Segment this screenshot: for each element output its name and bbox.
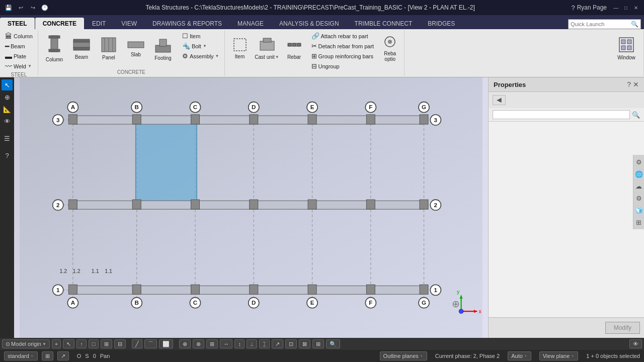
close-button[interactable]: ✕ <box>632 4 640 12</box>
sidebar-cloud-icon[interactable]: ☁ <box>634 181 644 191</box>
column-btn[interactable]: 🏛 Column <box>3 31 35 41</box>
tab-analysis-design[interactable]: ANALYSIS & DESIGN <box>272 18 346 29</box>
select-arrow-btn[interactable]: ↖ <box>63 339 74 348</box>
select-up-btn[interactable]: ↑ <box>76 339 87 348</box>
tab-trimble-connect[interactable]: TRIMBLE CONNECT <box>347 18 420 29</box>
settings-tool-btn[interactable]: ? <box>2 150 13 161</box>
app-save-icon[interactable]: 💾 <box>4 3 13 12</box>
svg-text:G: G <box>422 104 426 110</box>
svg-text:1.2: 1.2 <box>59 268 67 274</box>
detach-rebar-btn[interactable]: ✂ Detach rebar from part <box>309 41 376 51</box>
line-tool-btn[interactable]: ╱ <box>132 339 142 348</box>
concrete-column-btn[interactable]: Column <box>41 31 67 65</box>
window-icon <box>618 37 634 54</box>
app-history-icon[interactable]: 🕐 <box>40 3 49 12</box>
tab-edit[interactable]: EDIT <box>85 18 113 29</box>
svg-rect-25 <box>621 46 625 50</box>
snap7-btn[interactable]: ⌶ <box>259 339 270 348</box>
properties-close-icon[interactable]: ✕ <box>633 80 639 88</box>
sidebar-web-icon[interactable]: 🌐 <box>634 169 644 179</box>
properties-nav-arrow[interactable]: ◄ <box>493 95 506 105</box>
cast-unit-btn[interactable]: Cast unit ▼ <box>253 31 281 65</box>
sidebar-grid-icon[interactable]: ⊞ <box>634 217 644 227</box>
group-rebar-btn[interactable]: ⊞ Group reinforcing bars <box>309 51 376 61</box>
snap-tool-btn[interactable]: ⊕ <box>2 92 13 103</box>
tab-concrete[interactable]: CONCRETE <box>35 18 84 29</box>
concrete-panel-btn[interactable]: Panel <box>96 31 122 65</box>
window-btn[interactable]: Window <box>612 31 640 65</box>
ungroup-btn[interactable]: ⊟ Ungroup <box>309 61 376 71</box>
sidebar-config-icon[interactable]: ⚙ <box>634 193 644 203</box>
attach-rebar-icon: 🔗 <box>311 32 319 40</box>
rebar-btn[interactable]: Rebar <box>282 31 306 65</box>
snap12-btn[interactable]: 🔍 <box>326 339 340 348</box>
bolt-btn[interactable]: 🔩 Bolt ▼ <box>180 41 221 51</box>
concrete-slab-btn[interactable]: Slab <box>123 31 149 65</box>
snap-mode-btn[interactable]: ↗ <box>57 351 69 360</box>
svg-text:A: A <box>71 104 75 110</box>
snap9-btn[interactable]: ⊡ <box>285 339 297 348</box>
reba-option-btn[interactable]: Reba optio <box>379 31 401 65</box>
concrete-beam-btn[interactable]: Beam <box>68 31 95 65</box>
maximize-button[interactable]: □ <box>622 4 630 12</box>
outline-planes-btn[interactable]: Outline planes ▼ <box>380 351 427 360</box>
arc-tool-btn[interactable]: ⌒ <box>144 339 157 348</box>
standard-btn[interactable]: standard ▼ <box>4 351 38 360</box>
auto-btn[interactable]: Auto ▼ <box>508 351 531 360</box>
snap5-btn[interactable]: ↕ <box>234 339 245 348</box>
tab-steel[interactable]: STEEL <box>0 18 35 29</box>
add-view-btn[interactable]: + <box>52 339 61 348</box>
svg-rect-48 <box>420 115 428 124</box>
properties-search-icon[interactable]: 🔍 <box>632 111 640 119</box>
select-box-btn[interactable]: □ <box>89 339 99 348</box>
snap4-btn[interactable]: ↔ <box>220 339 232 348</box>
select-grid-btn[interactable]: ⊞ <box>101 339 112 348</box>
model-origin-btn[interactable]: ⊙ Pan Model origin ▼ <box>2 339 50 348</box>
plate-btn[interactable]: ▬ Plate <box>3 51 35 61</box>
weld-icon: 〰 <box>5 62 12 70</box>
tab-drawings-reports[interactable]: DRAWINGS & REPORTS <box>145 18 229 29</box>
snap3-btn[interactable]: ⊞ <box>206 339 218 348</box>
measure-tool-btn[interactable]: 📐 <box>2 104 13 115</box>
beam-btn[interactable]: ━ Beam <box>3 41 35 51</box>
minimize-button[interactable]: — <box>612 4 620 12</box>
quick-launch-input[interactable] <box>571 21 631 27</box>
snap6-btn[interactable]: ⟂ <box>247 339 257 348</box>
tab-view[interactable]: VIEW <box>114 18 144 29</box>
concrete-footing-btn[interactable]: Footing <box>150 31 176 65</box>
select-tool-btn[interactable]: ↖ <box>2 79 13 90</box>
snap11-btn[interactable]: ⊞ <box>312 339 324 348</box>
app-redo-icon[interactable]: ↪ <box>28 3 37 12</box>
snapping-icon-btn[interactable]: ⊞ <box>42 351 53 360</box>
tab-manage[interactable]: MANAGE <box>230 18 271 29</box>
coord-value: 0 <box>93 353 96 359</box>
view-plane-btn[interactable]: View plane ▼ <box>539 351 579 360</box>
attach-rebar-btn[interactable]: 🔗 Attach rebar to part <box>309 31 376 41</box>
select-grid2-btn[interactable]: ⊟ <box>114 339 126 348</box>
sidebar-settings-icon[interactable]: ⚙ <box>634 157 644 167</box>
properties-help-icon[interactable]: ? <box>627 80 631 88</box>
snap8-btn[interactable]: ↗ <box>272 339 283 348</box>
properties-search-input[interactable] <box>493 110 630 119</box>
app-undo-icon[interactable]: ↩ <box>16 3 25 12</box>
tab-bridges[interactable]: BRIDGES <box>420 18 462 29</box>
snap2-btn[interactable]: ⊗ <box>193 339 204 348</box>
assembly-btn[interactable]: ⚙ Assembly ▼ <box>180 51 221 61</box>
menu-tool-btn[interactable]: ☰ <box>2 133 13 144</box>
svg-rect-58 <box>191 285 200 294</box>
svg-text:1.1: 1.1 <box>105 268 112 274</box>
rebar-right-col: 🔗 Attach rebar to part ✂ Detach rebar fr… <box>309 31 376 71</box>
modify-button[interactable]: Modify <box>605 322 640 334</box>
box-tool-btn[interactable]: ⬜ <box>159 339 173 348</box>
visibility-btn[interactable]: 👁 <box>629 339 642 348</box>
weld-btn[interactable]: 〰 Weld ▼ <box>3 61 35 71</box>
svg-text:E: E <box>310 104 314 110</box>
rebar-item-btn[interactable]: Item <box>228 31 252 65</box>
outline-planes-dropdown: ▼ <box>420 354 424 358</box>
view-tool-btn[interactable]: 👁 <box>2 116 13 127</box>
snap10-btn[interactable]: ⊠ <box>299 339 310 348</box>
snap1-btn[interactable]: ⊕ <box>179 339 191 348</box>
sidebar-3d-icon[interactable]: 🧊 <box>634 205 644 215</box>
bolt-icon: 🔩 <box>182 42 190 50</box>
item-btn[interactable]: ☐ Item <box>180 31 221 41</box>
